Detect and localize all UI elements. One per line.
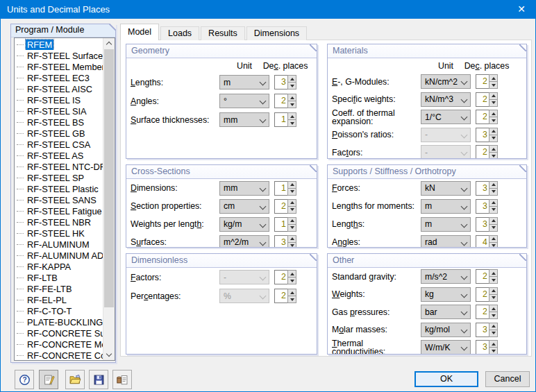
decimal-places-spinner[interactable]: 3 <box>476 128 498 142</box>
unit-dropdown[interactable]: kg/mol <box>421 323 471 337</box>
decimal-places-spinner[interactable]: 3 <box>476 181 498 196</box>
tree-item[interactable]: RF-CONCRETE Surfaces <box>15 327 103 339</box>
decimal-places-spinner[interactable]: 2 <box>274 270 296 284</box>
spin-down-button[interactable] <box>489 117 498 124</box>
tree-item[interactable]: PLATE-BUCKLING <box>15 316 103 327</box>
spin-down-button[interactable] <box>489 348 498 355</box>
spin-down-button[interactable] <box>287 207 296 214</box>
decimal-places-spinner[interactable]: 1 <box>274 217 296 232</box>
unit-dropdown[interactable]: kN <box>421 181 471 196</box>
unit-dropdown[interactable]: m/s^2 <box>421 269 471 284</box>
spin-up-button[interactable] <box>489 199 498 207</box>
unit-dropdown[interactable]: kg/m <box>219 217 269 232</box>
tree-item[interactable]: RF-STEEL GB <box>15 128 103 139</box>
spin-up-button[interactable] <box>287 94 296 101</box>
cancel-button[interactable]: Cancel <box>485 371 530 387</box>
spin-down-button[interactable] <box>489 225 498 232</box>
tree-item[interactable]: RF-CONCRETE Columns <box>15 350 103 360</box>
spin-up-button[interactable] <box>287 235 296 243</box>
decimal-places-spinner[interactable]: 2 <box>476 110 498 124</box>
tree-item[interactable]: RF-FE-LTB <box>15 283 103 294</box>
spin-up-button[interactable] <box>489 323 498 330</box>
spin-down-button[interactable] <box>489 100 498 107</box>
spin-down-button[interactable] <box>489 207 498 214</box>
spin-up-button[interactable] <box>287 75 296 83</box>
spin-down-button[interactable] <box>489 243 498 248</box>
decimal-places-spinner[interactable]: 3 <box>476 199 498 214</box>
spin-up-button[interactable] <box>489 217 498 225</box>
decimal-places-spinner[interactable]: 2 <box>274 94 296 108</box>
save-button[interactable] <box>89 370 108 389</box>
spin-down-button[interactable] <box>489 153 498 159</box>
tree-item[interactable]: RF-STEEL AS <box>15 150 103 161</box>
tree-item[interactable]: RF-STEEL SIA <box>15 105 103 117</box>
scroll-up-button[interactable] <box>103 38 115 49</box>
tree-item[interactable]: RF-CONCRETE Members <box>15 339 103 350</box>
decimal-places-spinner[interactable]: 1 <box>274 112 296 127</box>
decimal-places-spinner[interactable]: 2 <box>476 269 498 284</box>
unit-dropdown[interactable]: bar <box>421 305 471 319</box>
tree-item[interactable]: RF-STEEL Plastic <box>15 183 103 194</box>
spin-down-button[interactable] <box>287 83 296 90</box>
spin-down-button[interactable] <box>287 101 296 108</box>
spin-up-button[interactable] <box>287 217 296 225</box>
decimal-places-spinner[interactable]: 3 <box>274 75 296 90</box>
spin-up-button[interactable] <box>489 269 498 277</box>
decimal-places-spinner[interactable]: 2 <box>274 289 296 303</box>
tree-item[interactable]: RF-STEEL Members <box>15 61 103 72</box>
decimal-places-spinner[interactable]: 3 <box>476 340 498 355</box>
unit-dropdown[interactable]: m <box>421 217 471 232</box>
edit-comment-button[interactable] <box>39 370 58 389</box>
decimal-places-spinner[interactable]: 2 <box>476 92 498 107</box>
tree-item[interactable]: RF-STEEL CSA <box>15 139 103 150</box>
spin-up-button[interactable] <box>489 128 498 135</box>
tree-item[interactable]: RF-STEEL Fatigue Members <box>15 205 103 216</box>
unit-dropdown[interactable]: kg <box>421 287 471 302</box>
tab-results[interactable]: Results <box>201 26 245 40</box>
spin-down-button[interactable] <box>287 243 296 248</box>
unit-dropdown[interactable]: kN/m^3 <box>421 92 471 107</box>
unit-dropdown[interactable]: kN/cm^2 <box>421 74 471 89</box>
spin-down-button[interactable] <box>489 189 498 196</box>
tree-scrollbar[interactable] <box>103 38 115 360</box>
decimal-places-spinner[interactable]: 2 <box>476 74 498 89</box>
tree-item[interactable]: RF-STEEL NTC-DF <box>15 161 103 172</box>
spin-up-button[interactable] <box>489 110 498 117</box>
help-button[interactable]: ? <box>15 370 34 389</box>
tab-model[interactable]: Model <box>120 24 159 40</box>
tree-item[interactable]: RF-STEEL IS <box>15 94 103 105</box>
spin-down-button[interactable] <box>489 82 498 89</box>
tree-item[interactable]: RF-C-TO-T <box>15 305 103 316</box>
unit-dropdown[interactable]: m^2/m <box>219 235 269 248</box>
unit-dropdown[interactable]: mm <box>219 181 269 196</box>
spin-down-button[interactable] <box>287 120 296 127</box>
decimal-places-spinner[interactable]: 1 <box>274 181 296 196</box>
tree-item[interactable]: RF-STEEL Surfaces <box>15 50 103 61</box>
tree-item[interactable]: RF-ALUMINUM ADM <box>15 250 103 261</box>
tab-dimensions[interactable]: Dimensions <box>246 26 307 40</box>
spin-down-button[interactable] <box>489 135 498 142</box>
decimal-places-spinner[interactable]: 2 <box>476 287 498 302</box>
decimal-places-spinner[interactable]: 3 <box>476 217 498 232</box>
spin-down-button[interactable] <box>489 295 498 302</box>
decimal-places-spinner[interactable]: 2 <box>476 305 498 319</box>
spin-down-button[interactable] <box>489 277 498 284</box>
unit-dropdown[interactable]: W/m/K <box>421 340 471 355</box>
open-button[interactable] <box>65 370 85 389</box>
spin-down-button[interactable] <box>287 189 296 196</box>
tree-item[interactable]: RF-STEEL HK <box>15 228 103 239</box>
module-tree[interactable]: RFEMRF-STEEL SurfacesRF-STEEL MembersRF-… <box>14 37 115 361</box>
spin-up-button[interactable] <box>489 287 498 295</box>
spin-up-button[interactable] <box>489 145 498 153</box>
decimal-places-spinner[interactable]: 2 <box>476 145 498 159</box>
tab-loads[interactable]: Loads <box>160 26 199 40</box>
spin-up-button[interactable] <box>287 289 296 296</box>
spin-up-button[interactable] <box>287 181 296 189</box>
unit-dropdown[interactable]: 1/°C <box>421 110 471 124</box>
tree-item[interactable]: RFEM <box>15 39 103 50</box>
spin-up-button[interactable] <box>287 112 296 120</box>
tree-item[interactable]: RF-LTB <box>15 272 103 283</box>
spin-up-button[interactable] <box>489 305 498 312</box>
scroll-down-button[interactable] <box>103 349 115 360</box>
unit-dropdown[interactable]: rad <box>421 235 471 248</box>
